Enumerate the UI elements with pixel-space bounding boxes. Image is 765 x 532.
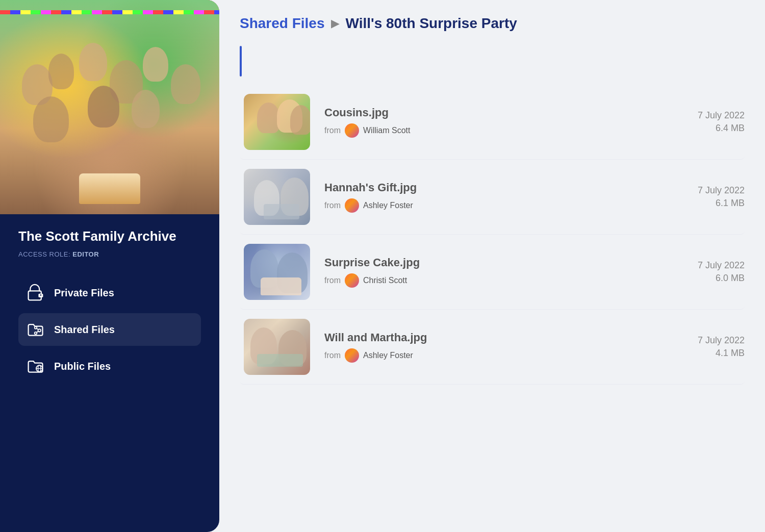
file-from: from William Scott [324, 123, 698, 138]
avatar [345, 123, 359, 138]
file-name: Surprise Cake.jpg [324, 256, 698, 269]
archive-photo [0, 0, 219, 214]
file-size: 4.1 MB [698, 348, 745, 359]
file-date: 7 July 2022 [698, 185, 745, 196]
file-name: Will and Martha.jpg [324, 331, 698, 344]
sidebar-item-public[interactable]: Public Files [18, 350, 201, 383]
file-meta: 7 July 2022 6.4 MB [698, 110, 745, 134]
file-size: 6.0 MB [698, 273, 745, 284]
file-meta: 7 July 2022 4.1 MB [698, 335, 745, 359]
lock-folder-icon [27, 284, 45, 302]
nav-items: Private Files Shared Files [18, 276, 201, 383]
file-item[interactable]: Cousins.jpg from William Scott 7 July 20… [240, 85, 745, 160]
file-thumbnail [244, 94, 310, 150]
access-role-label: ACCESS ROLE: EDITOR [18, 250, 201, 258]
file-size: 6.4 MB [698, 123, 745, 134]
file-sender: William Scott [363, 126, 410, 135]
file-from: from Ashley Foster [324, 348, 698, 363]
sidebar-info: The Scott Family Archive ACCESS ROLE: ED… [0, 214, 219, 393]
file-from: from Ashley Foster [324, 198, 698, 213]
svg-line-6 [37, 328, 38, 330]
file-meta: 7 July 2022 6.1 MB [698, 185, 745, 209]
file-date: 7 July 2022 [698, 110, 745, 121]
svg-line-7 [37, 331, 38, 333]
share-folder-icon [27, 320, 45, 339]
file-item[interactable]: Will and Martha.jpg from Ashley Foster 7… [240, 310, 745, 385]
breadcrumb-current: Will's 80th Surprise Party [346, 15, 517, 32]
svg-point-5 [35, 326, 37, 329]
main-content: Shared Files ▶ Will's 80th Surprise Part… [219, 0, 765, 532]
breadcrumb-root[interactable]: Shared Files [240, 15, 325, 32]
file-sender: Ashley Foster [363, 201, 413, 210]
file-sender: Ashley Foster [363, 351, 413, 360]
svg-point-4 [35, 332, 37, 335]
svg-point-2 [40, 294, 42, 296]
archive-title: The Scott Family Archive [18, 229, 201, 244]
globe-folder-icon [27, 357, 45, 375]
file-name: Cousins.jpg [324, 106, 698, 119]
avatar [345, 198, 359, 213]
accent-line [240, 46, 242, 77]
sidebar: The Scott Family Archive ACCESS ROLE: ED… [0, 0, 219, 532]
file-info: Cousins.jpg from William Scott [324, 106, 698, 138]
public-files-label: Public Files [54, 361, 111, 372]
file-thumbnail [244, 169, 310, 225]
shared-files-label: Shared Files [54, 324, 115, 336]
breadcrumb-separator: ▶ [331, 17, 340, 30]
file-from: from Christi Scott [324, 273, 698, 288]
breadcrumb: Shared Files ▶ Will's 80th Surprise Part… [240, 15, 745, 32]
file-size: 6.1 MB [698, 198, 745, 209]
sidebar-item-shared[interactable]: Shared Files [18, 313, 201, 346]
file-thumbnail [244, 244, 310, 300]
file-date: 7 July 2022 [698, 335, 745, 346]
avatar [345, 348, 359, 363]
file-item-empty [240, 385, 745, 436]
private-files-label: Private Files [54, 287, 114, 299]
file-item[interactable]: Hannah's Gift.jpg from Ashley Foster 7 J… [240, 160, 745, 235]
file-date: 7 July 2022 [698, 260, 745, 271]
file-name: Hannah's Gift.jpg [324, 181, 698, 194]
file-sender: Christi Scott [363, 276, 407, 285]
sidebar-item-private[interactable]: Private Files [18, 276, 201, 309]
file-info: Surprise Cake.jpg from Christi Scott [324, 256, 698, 288]
avatar [345, 273, 359, 288]
file-list: Cousins.jpg from William Scott 7 July 20… [240, 85, 745, 436]
file-info: Will and Martha.jpg from Ashley Foster [324, 331, 698, 363]
file-thumbnail [244, 319, 310, 375]
file-meta: 7 July 2022 6.0 MB [698, 260, 745, 284]
file-item[interactable]: Surprise Cake.jpg from Christi Scott 7 J… [240, 235, 745, 310]
file-info: Hannah's Gift.jpg from Ashley Foster [324, 181, 698, 213]
